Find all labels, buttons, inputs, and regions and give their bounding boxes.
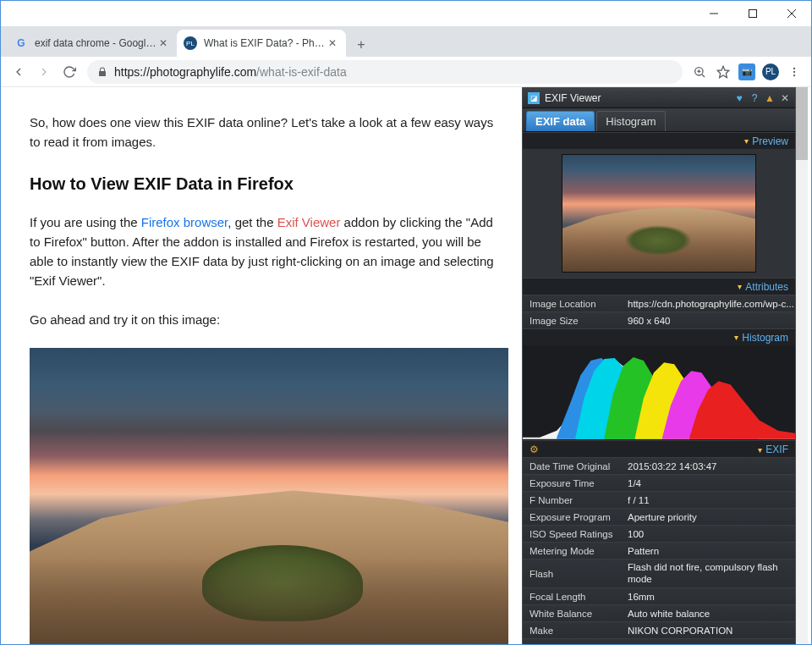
attr-value: 960 x 640 bbox=[628, 316, 795, 326]
tab-histogram[interactable]: Histogram bbox=[596, 111, 665, 131]
exif-key: F Number bbox=[529, 495, 628, 505]
exif-value: Aperture priority bbox=[628, 512, 795, 522]
exif-viewer-link[interactable]: Exif Viewer bbox=[277, 215, 341, 229]
paragraph: Go ahead and try it on this image: bbox=[30, 310, 503, 329]
exif-row: Focal Length16mm bbox=[523, 587, 795, 604]
exif-row: ISO Speed Ratings100 bbox=[523, 525, 795, 542]
exif-row: MakeNIKON CORPORATION bbox=[523, 621, 795, 638]
exif-key: Model bbox=[529, 642, 628, 646]
histogram-chart bbox=[523, 345, 795, 440]
exif-key: Metering Mode bbox=[529, 546, 628, 556]
svg-line-5 bbox=[702, 74, 705, 77]
exif-value: Auto white balance bbox=[628, 609, 795, 619]
url-input[interactable]: https://photographylife.com/what-is-exif… bbox=[87, 60, 683, 84]
tab-close-icon[interactable]: ✕ bbox=[156, 36, 170, 50]
lock-icon bbox=[97, 66, 107, 78]
extension-icon[interactable]: PL bbox=[759, 60, 782, 84]
exif-row: ModelNIKON D5500 bbox=[523, 638, 795, 645]
close-window-button[interactable] bbox=[772, 1, 811, 26]
help-icon[interactable]: ? bbox=[749, 92, 760, 104]
article-content: So, how does one view this EXIF data onl… bbox=[1, 87, 517, 645]
gear-icon[interactable]: ⚙ bbox=[529, 444, 539, 455]
maximize-button[interactable] bbox=[733, 1, 772, 26]
panel-titlebar[interactable]: ◪ EXIF Viewer ♥ ? ▲ ✕ bbox=[523, 88, 795, 108]
exif-viewer-panel: ◪ EXIF Viewer ♥ ? ▲ ✕ EXIF data Histogra… bbox=[522, 87, 796, 645]
attribute-row: Image Size960 x 640 bbox=[523, 311, 795, 328]
exif-value: 2015:03:22 14:03:47 bbox=[628, 461, 795, 471]
sample-image[interactable] bbox=[30, 348, 508, 645]
minimize-button[interactable] bbox=[694, 1, 733, 26]
exif-value: NIKON CORPORATION bbox=[628, 626, 795, 636]
panel-tabs: EXIF data Histogram bbox=[523, 108, 795, 132]
exif-key: ISO Speed Ratings bbox=[529, 529, 628, 539]
preview-area bbox=[523, 149, 795, 278]
exif-value: Pattern bbox=[628, 546, 795, 556]
attr-key: Image Size bbox=[529, 316, 628, 326]
svg-point-10 bbox=[793, 70, 795, 72]
attribute-row: Image Locationhttps://cdn.photographylif… bbox=[523, 295, 795, 311]
exif-value: 16mm bbox=[628, 592, 795, 602]
exif-key: White Balance bbox=[529, 609, 628, 619]
preview-thumbnail bbox=[562, 154, 756, 273]
url-text: https://photographylife.com/what-is-exif… bbox=[114, 65, 672, 79]
exif-key: Date Time Original bbox=[529, 461, 628, 471]
bookmark-star-icon[interactable] bbox=[711, 60, 735, 84]
exif-row: Date Time Original2015:03:22 14:03:47 bbox=[523, 457, 795, 474]
exif-key: Make bbox=[529, 626, 628, 636]
tab-exif-data[interactable]: EXIF data bbox=[526, 111, 595, 131]
browser-tab[interactable]: G exif data chrome - Google Search ✕ bbox=[8, 30, 177, 57]
svg-point-9 bbox=[793, 67, 795, 69]
exif-row: Exposure Time1/4 bbox=[523, 474, 795, 491]
exif-key: Exposure Time bbox=[529, 478, 628, 488]
exif-row: Exposure ProgramAperture priority bbox=[523, 508, 795, 525]
svg-point-11 bbox=[793, 74, 795, 75]
section-heading: How to View EXIF Data in Firefox bbox=[30, 171, 517, 197]
paragraph: So, how does one view this EXIF data onl… bbox=[30, 113, 503, 152]
warning-icon[interactable]: ▲ bbox=[765, 92, 775, 104]
svg-rect-1 bbox=[749, 10, 757, 18]
firefox-link[interactable]: Firefox browser bbox=[141, 215, 228, 229]
address-bar: https://photographylife.com/what-is-exif… bbox=[1, 57, 811, 87]
exif-extension-icon[interactable]: 📷 bbox=[735, 60, 759, 84]
section-exif[interactable]: ⚙ EXIF bbox=[523, 440, 795, 457]
paragraph: If you are using the Firefox browser, ge… bbox=[30, 212, 503, 291]
section-attributes[interactable]: Attributes bbox=[523, 278, 795, 295]
exif-value: NIKON D5500 bbox=[628, 642, 795, 646]
exif-row: FlashFlash did not fire, compulsory flas… bbox=[523, 559, 795, 587]
site-favicon-icon: PL bbox=[184, 36, 197, 50]
section-histogram[interactable]: Histogram bbox=[523, 328, 795, 345]
svg-marker-8 bbox=[717, 66, 728, 77]
browser-menu-icon[interactable] bbox=[782, 60, 806, 84]
exif-value: f / 11 bbox=[628, 495, 795, 505]
reload-button[interactable] bbox=[57, 59, 82, 85]
section-preview[interactable]: Preview bbox=[523, 132, 795, 149]
heart-icon[interactable]: ♥ bbox=[734, 92, 744, 104]
tab-label: exif data chrome - Google Search bbox=[35, 37, 156, 49]
exif-row: White BalanceAuto white balance bbox=[523, 604, 795, 621]
tab-strip: G exif data chrome - Google Search ✕ PL … bbox=[1, 26, 811, 57]
google-favicon-icon: G bbox=[14, 36, 28, 50]
camera-icon: ◪ bbox=[528, 92, 540, 104]
exif-value: Flash did not fire, compulsory flash mod… bbox=[628, 562, 795, 586]
exif-row: Metering ModePattern bbox=[523, 542, 795, 559]
scrollbar-thumb[interactable] bbox=[796, 87, 808, 160]
tab-close-icon[interactable]: ✕ bbox=[326, 36, 339, 50]
exif-value: 1/4 bbox=[628, 478, 795, 488]
new-tab-button[interactable]: + bbox=[349, 33, 373, 57]
page-scrollbar[interactable] bbox=[796, 87, 808, 645]
attr-key: Image Location bbox=[529, 299, 628, 309]
panel-title-text: EXIF Viewer bbox=[545, 92, 734, 104]
window-controls bbox=[1, 1, 811, 26]
panel-close-icon[interactable]: ✕ bbox=[780, 92, 790, 104]
exif-key: Focal Length bbox=[529, 592, 628, 602]
exif-value: 100 bbox=[628, 529, 795, 539]
zoom-icon[interactable] bbox=[688, 60, 711, 84]
attr-value: https://cdn.photographylife.com/wp-c... bbox=[628, 299, 795, 309]
forward-button[interactable] bbox=[31, 59, 57, 85]
browser-tab-active[interactable]: PL What is EXIF Data? - Photograph ✕ bbox=[177, 30, 346, 57]
exif-key: Exposure Program bbox=[529, 512, 628, 522]
exif-key: Flash bbox=[529, 569, 628, 579]
exif-row: F Numberf / 11 bbox=[523, 491, 795, 508]
back-button[interactable] bbox=[6, 59, 31, 85]
tab-label: What is EXIF Data? - Photograph bbox=[204, 37, 326, 49]
